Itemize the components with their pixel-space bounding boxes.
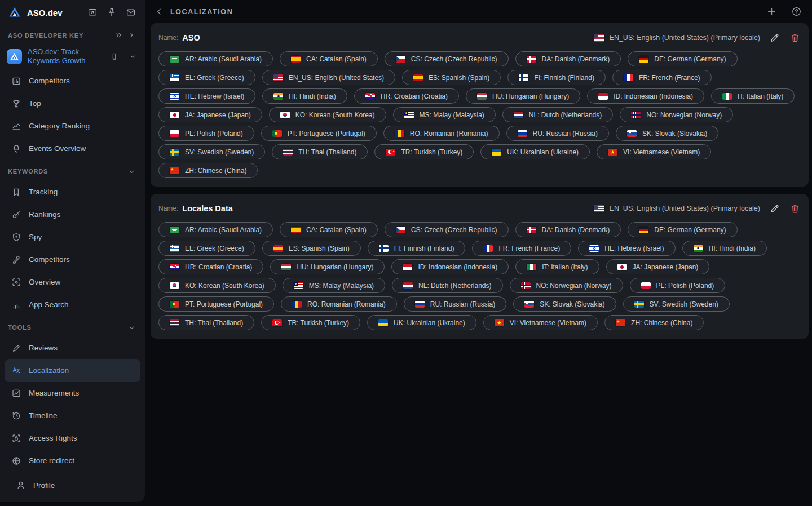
locale-chip-ms[interactable]: MS: Malay (Malaysia): [393, 107, 496, 122]
locale-chip-ca[interactable]: CA: Catalan (Spain): [280, 51, 378, 66]
locale-chip-de[interactable]: DE: German (Germany): [628, 51, 737, 66]
locale-chip-no[interactable]: NO: Norwegian (Norway): [510, 278, 623, 293]
locale-chip-fr[interactable]: FR: French (France): [612, 70, 712, 85]
locale-chip-sk[interactable]: SK: Slovak (Slovakia): [513, 296, 616, 312]
sidebar-item-access-rights[interactable]: Access Rights: [5, 427, 140, 450]
locale-chip-ja[interactable]: JA: Japanese (Japan): [158, 107, 262, 122]
delete-icon[interactable]: [789, 32, 801, 43]
locale-chip-vi[interactable]: ★VI: Vietnamese (Vietnam): [483, 315, 598, 330]
locale-chip-hu[interactable]: HU: Hungarian (Hungary): [270, 259, 385, 274]
locale-chip-hi[interactable]: HI: Hindi (India): [262, 88, 347, 104]
locale-chip-zh[interactable]: ★ZH: Chinese (China): [158, 163, 258, 178]
add-icon[interactable]: [766, 6, 778, 17]
edit-icon[interactable]: [769, 32, 780, 43]
flag-sv-icon: [634, 301, 644, 308]
locale-chip-nl[interactable]: NL: Dutch (Netherlands): [502, 107, 613, 122]
locale-chip-hr[interactable]: HR: Croatian (Croatia): [354, 88, 459, 104]
share-box-icon[interactable]: [87, 7, 98, 17]
locale-chip-pl[interactable]: PL: Polish (Poland): [630, 278, 726, 293]
locale-chip-label: HE: Hebrew (Israel): [185, 92, 244, 100]
locale-chip-ro[interactable]: RO: Romanian (Romania): [383, 126, 500, 141]
sidebar-item-category-ranking[interactable]: Category Ranking: [5, 115, 140, 137]
chevron-down-icon[interactable]: [129, 52, 137, 61]
sidebar-item-profile[interactable]: Profile: [9, 474, 136, 496]
chevron-right-icon[interactable]: [127, 31, 136, 39]
sidebar-item-localization[interactable]: Localization: [5, 359, 140, 382]
sidebar-item-spy[interactable]: Spy: [5, 226, 140, 248]
locale-chip-ru[interactable]: RU: Russian (Russia): [404, 296, 506, 312]
locale-chip-cs[interactable]: CS: Czech (Czech Republic): [385, 222, 509, 237]
sidebar-item-competitors[interactable]: Competitors: [5, 248, 140, 271]
locale-chip-ja[interactable]: JA: Japanese (Japan): [606, 259, 710, 274]
locale-chip-sk[interactable]: SK: Slovak (Slovakia): [616, 126, 718, 141]
locale-chip-nl[interactable]: NL: Dutch (Netherlands): [392, 278, 502, 293]
sidebar-item-competitors[interactable]: Competitors: [5, 70, 140, 92]
locale-chip-fr[interactable]: FR: French (France): [472, 241, 571, 256]
locale-chip-th[interactable]: TH: Thai (Thailand): [272, 144, 368, 159]
chevrons-right-icon[interactable]: [114, 31, 123, 39]
locale-chip-sv[interactable]: SV: Swedish (Sweden): [158, 144, 265, 159]
chevron-down-icon[interactable]: [127, 323, 136, 332]
locale-chip-en_us[interactable]: EN_US: English (United States): [262, 70, 395, 85]
locale-chip-zh[interactable]: ★ZH: Chinese (China): [604, 315, 704, 330]
locale-chip-de[interactable]: DE: German (Germany): [628, 222, 737, 237]
chevron-down-icon[interactable]: [127, 167, 136, 176]
locale-chip-hu[interactable]: HU: Hungarian (Hungary): [466, 88, 580, 104]
locale-chip-it[interactable]: IT: Italian (Italy): [711, 88, 795, 104]
sidebar-item-overview[interactable]: Overview: [5, 271, 140, 294]
mail-icon[interactable]: [126, 7, 136, 17]
edit-icon[interactable]: [769, 203, 780, 214]
locale-chip-da[interactable]: DA: Danish (Denmark): [515, 51, 621, 66]
locale-chip-es[interactable]: ES: Spanish (Spain): [402, 70, 501, 85]
locale-chip-ar[interactable]: AR: Arabic (Saudi Arabia): [158, 222, 273, 237]
locale-chip-hi[interactable]: HI: Hindi (India): [682, 241, 767, 256]
sidebar-item-tracking[interactable]: Tracking: [5, 181, 140, 203]
sidebar-item-app-search[interactable]: App Search: [5, 294, 140, 316]
locale-chip-tr[interactable]: TR: Turkish (Turkey): [374, 144, 474, 159]
locale-chip-cs[interactable]: CS: Czech (Czech Republic): [385, 51, 509, 66]
locale-chip-ms[interactable]: MS: Malay (Malaysia): [283, 278, 385, 293]
locale-chip-he[interactable]: HE: Hebrew (Israel): [158, 88, 255, 104]
pin-icon[interactable]: [107, 7, 117, 17]
help-icon[interactable]: [791, 6, 802, 17]
locale-chip-ko[interactable]: KO: Korean (South Korea): [158, 278, 276, 293]
locale-chip-sv[interactable]: SV: Swedish (Sweden): [623, 296, 730, 312]
locale-chip-hr[interactable]: HR: Croatian (Croatia): [158, 259, 263, 274]
locale-chip-id[interactable]: ID: Indonesian (Indonesia): [587, 88, 704, 104]
locale-chip-uk[interactable]: UK: Ukrainian (Ukraine): [480, 144, 590, 159]
locale-chip-tr[interactable]: TR: Turkish (Turkey): [261, 315, 360, 330]
locale-chip-da[interactable]: DA: Danish (Denmark): [515, 222, 621, 237]
locale-chip-ca[interactable]: CA: Catalan (Spain): [280, 222, 378, 237]
locale-chip-ru[interactable]: RU: Russian (Russia): [506, 126, 609, 141]
sidebar-item-store-redirect[interactable]: Store redirect: [5, 450, 140, 469]
sidebar-item-measurements[interactable]: Measurements: [5, 382, 140, 405]
locale-chip-it[interactable]: IT: Italian (Italy): [515, 259, 599, 274]
locale-chip-es[interactable]: ES: Spanish (Spain): [262, 241, 361, 256]
back-chevron-icon[interactable]: [154, 6, 165, 17]
locale-chip-el[interactable]: EL: Greek (Greece): [158, 70, 255, 85]
flag-zh-icon: ★: [170, 167, 179, 174]
locale-chip-vi[interactable]: ★VI: Vietnamese (Vietnam): [597, 144, 711, 159]
locale-chip-ko[interactable]: KO: Korean (South Korea): [269, 107, 386, 122]
delete-icon[interactable]: [789, 203, 801, 214]
locale-chip-ar[interactable]: AR: Arabic (Saudi Arabia): [158, 51, 273, 66]
locale-chip-ro[interactable]: RO: Romanian (Romania): [281, 296, 397, 312]
locale-chip-he[interactable]: HE: Hebrew (Israel): [578, 241, 675, 256]
sidebar-item-reviews[interactable]: Reviews: [5, 337, 140, 359]
locale-chip-fi[interactable]: FI: Finnish (Finland): [508, 70, 606, 85]
locale-chip-pt[interactable]: PT: Portuguese (Portugal): [261, 126, 377, 141]
locale-chip-uk[interactable]: UK: Ukrainian (Ukraine): [367, 315, 476, 330]
locale-chip-fi[interactable]: FI: Finnish (Finland): [368, 241, 466, 256]
locale-chip-pl[interactable]: PL: Polish (Poland): [158, 126, 254, 141]
sidebar-item-top[interactable]: Top: [5, 92, 140, 115]
locale-chip-no[interactable]: NO: Norwegian (Norway): [620, 107, 733, 122]
locale-chip-pt[interactable]: PT: Portuguese (Portugal): [158, 296, 274, 312]
locale-chip-th[interactable]: TH: Thai (Thailand): [158, 315, 254, 330]
sidebar-item-events-overview[interactable]: Events Overview: [5, 137, 140, 160]
locale-chip-id[interactable]: ID: Indonesian (Indonesia): [391, 259, 509, 274]
app-entry[interactable]: ASO.dev: Track Keywords Growth: [0, 45, 145, 70]
sidebar-item-timeline[interactable]: Timeline: [5, 405, 140, 427]
pen-icon: [11, 343, 21, 353]
sidebar-item-rankings[interactable]: Rankings: [5, 203, 140, 226]
locale-chip-el[interactable]: EL: Greek (Greece): [158, 241, 255, 256]
